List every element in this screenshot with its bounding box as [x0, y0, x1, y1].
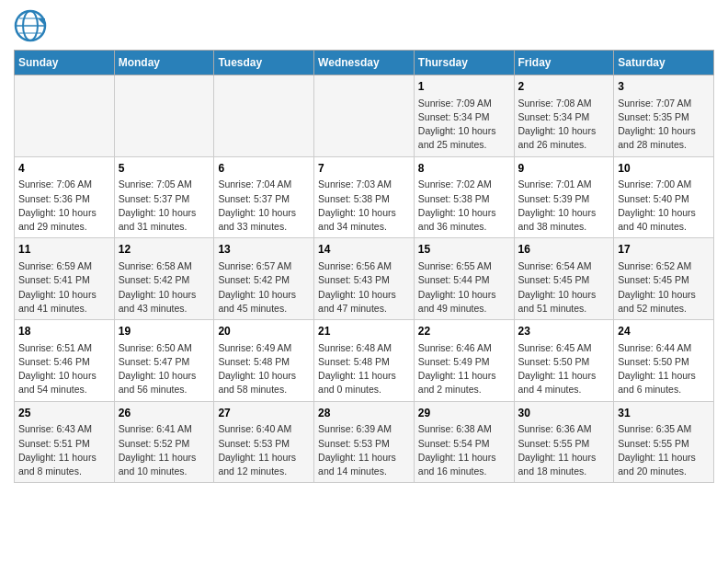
day-number: 8: [418, 161, 510, 177]
day-info: Sunrise: 6:36 AMSunset: 5:55 PMDaylight:…: [518, 422, 610, 478]
svg-marker-5: [38, 18, 45, 26]
day-number: 2: [518, 79, 610, 95]
day-number: 25: [18, 406, 110, 421]
day-number: 11: [18, 242, 110, 258]
day-info: Sunrise: 6:57 AMSunset: 5:42 PMDaylight:…: [218, 259, 310, 316]
day-number: 20: [218, 324, 310, 339]
weekday-header-row: SundayMondayTuesdayWednesdayThursdayFrid…: [15, 51, 714, 75]
day-info: Sunrise: 7:05 AMSunset: 5:37 PMDaylight:…: [119, 178, 210, 234]
calendar-cell: 25Sunrise: 6:43 AMSunset: 5:51 PMDayligh…: [15, 401, 115, 483]
calendar-cell: 31Sunrise: 6:35 AMSunset: 5:55 PMDayligh…: [614, 401, 714, 483]
calendar-cell: 19Sunrise: 6:50 AMSunset: 5:47 PMDayligh…: [114, 320, 214, 402]
day-info: Sunrise: 6:52 AMSunset: 5:45 PMDaylight:…: [618, 259, 710, 316]
day-info: Sunrise: 6:44 AMSunset: 5:50 PMDaylight:…: [618, 341, 710, 397]
calendar-cell: 9Sunrise: 7:01 AMSunset: 5:39 PMDaylight…: [514, 156, 614, 238]
day-number: 7: [318, 161, 410, 177]
day-info: Sunrise: 6:46 AMSunset: 5:49 PMDaylight:…: [418, 341, 510, 397]
day-number: 29: [418, 406, 510, 421]
calendar-cell: 2Sunrise: 7:08 AMSunset: 5:34 PMDaylight…: [514, 75, 614, 157]
calendar-cell: 27Sunrise: 6:40 AMSunset: 5:53 PMDayligh…: [214, 401, 314, 483]
day-number: 31: [618, 406, 710, 421]
calendar-week-1: 1Sunrise: 7:09 AMSunset: 5:34 PMDaylight…: [15, 75, 714, 157]
day-number: 1: [418, 79, 510, 95]
calendar-cell: [114, 75, 214, 157]
day-info: Sunrise: 7:07 AMSunset: 5:35 PMDaylight:…: [618, 97, 710, 153]
day-info: Sunrise: 6:58 AMSunset: 5:42 PMDaylight:…: [119, 259, 210, 316]
calendar-week-2: 4Sunrise: 7:06 AMSunset: 5:36 PMDaylight…: [15, 156, 714, 238]
day-number: 18: [18, 324, 110, 339]
day-number: 3: [618, 79, 710, 95]
day-number: 10: [618, 161, 710, 177]
day-info: Sunrise: 6:48 AMSunset: 5:48 PMDaylight:…: [318, 341, 410, 397]
calendar-cell: 21Sunrise: 6:48 AMSunset: 5:48 PMDayligh…: [314, 320, 415, 402]
day-info: Sunrise: 6:43 AMSunset: 5:51 PMDaylight:…: [18, 422, 110, 478]
calendar-cell: 30Sunrise: 6:36 AMSunset: 5:55 PMDayligh…: [514, 401, 614, 483]
calendar-cell: [15, 75, 115, 157]
day-info: Sunrise: 7:03 AMSunset: 5:38 PMDaylight:…: [318, 178, 410, 234]
day-number: 17: [618, 242, 710, 258]
calendar-cell: 1Sunrise: 7:09 AMSunset: 5:34 PMDaylight…: [414, 75, 514, 157]
calendar-cell: [314, 75, 415, 157]
day-info: Sunrise: 6:55 AMSunset: 5:44 PMDaylight:…: [418, 259, 510, 316]
day-info: Sunrise: 6:41 AMSunset: 5:52 PMDaylight:…: [119, 422, 210, 478]
calendar-week-4: 18Sunrise: 6:51 AMSunset: 5:46 PMDayligh…: [15, 320, 714, 402]
day-number: 5: [119, 161, 210, 177]
day-info: Sunrise: 6:35 AMSunset: 5:55 PMDaylight:…: [618, 422, 710, 478]
day-info: Sunrise: 6:45 AMSunset: 5:50 PMDaylight:…: [518, 341, 610, 397]
day-number: 21: [318, 324, 410, 339]
day-number: 30: [518, 406, 610, 421]
day-info: Sunrise: 6:50 AMSunset: 5:47 PMDaylight:…: [119, 341, 210, 397]
day-info: Sunrise: 6:49 AMSunset: 5:48 PMDaylight:…: [218, 341, 310, 397]
day-number: 6: [218, 161, 310, 177]
day-info: Sunrise: 7:08 AMSunset: 5:34 PMDaylight:…: [518, 97, 610, 153]
calendar-cell: 8Sunrise: 7:02 AMSunset: 5:38 PMDaylight…: [414, 156, 514, 238]
day-number: 14: [318, 242, 410, 258]
calendar-cell: 16Sunrise: 6:54 AMSunset: 5:45 PMDayligh…: [514, 238, 614, 320]
weekday-header-sunday: Sunday: [15, 51, 115, 75]
day-info: Sunrise: 7:06 AMSunset: 5:36 PMDaylight:…: [18, 178, 110, 234]
day-info: Sunrise: 7:01 AMSunset: 5:39 PMDaylight:…: [518, 178, 610, 234]
day-info: Sunrise: 6:59 AMSunset: 5:41 PMDaylight:…: [18, 259, 110, 316]
weekday-header-wednesday: Wednesday: [314, 51, 415, 75]
day-number: 26: [119, 406, 210, 421]
day-number: 12: [119, 242, 210, 258]
day-number: 13: [218, 242, 310, 258]
logo: [14, 9, 51, 42]
calendar-cell: 20Sunrise: 6:49 AMSunset: 5:48 PMDayligh…: [214, 320, 314, 402]
day-info: Sunrise: 7:02 AMSunset: 5:38 PMDaylight:…: [418, 178, 510, 234]
day-info: Sunrise: 6:54 AMSunset: 5:45 PMDaylight:…: [518, 259, 610, 316]
calendar-cell: 6Sunrise: 7:04 AMSunset: 5:37 PMDaylight…: [214, 156, 314, 238]
day-info: Sunrise: 7:00 AMSunset: 5:40 PMDaylight:…: [618, 178, 710, 234]
calendar-week-5: 25Sunrise: 6:43 AMSunset: 5:51 PMDayligh…: [15, 401, 714, 483]
day-number: 4: [18, 161, 110, 177]
day-info: Sunrise: 6:40 AMSunset: 5:53 PMDaylight:…: [218, 422, 310, 478]
calendar-cell: 4Sunrise: 7:06 AMSunset: 5:36 PMDaylight…: [15, 156, 115, 238]
calendar-week-3: 11Sunrise: 6:59 AMSunset: 5:41 PMDayligh…: [15, 238, 714, 320]
weekday-header-friday: Friday: [514, 51, 614, 75]
day-info: Sunrise: 6:56 AMSunset: 5:43 PMDaylight:…: [318, 259, 410, 316]
weekday-header-tuesday: Tuesday: [214, 51, 314, 75]
calendar-cell: 17Sunrise: 6:52 AMSunset: 5:45 PMDayligh…: [614, 238, 714, 320]
day-number: 23: [518, 324, 610, 339]
calendar-cell: 23Sunrise: 6:45 AMSunset: 5:50 PMDayligh…: [514, 320, 614, 402]
calendar-cell: 13Sunrise: 6:57 AMSunset: 5:42 PMDayligh…: [214, 238, 314, 320]
day-info: Sunrise: 6:39 AMSunset: 5:53 PMDaylight:…: [318, 422, 410, 478]
calendar-table: SundayMondayTuesdayWednesdayThursdayFrid…: [14, 50, 714, 483]
calendar-cell: 14Sunrise: 6:56 AMSunset: 5:43 PMDayligh…: [314, 238, 415, 320]
calendar-cell: 24Sunrise: 6:44 AMSunset: 5:50 PMDayligh…: [614, 320, 714, 402]
page-header: [14, 9, 714, 42]
day-number: 24: [618, 324, 710, 339]
calendar-cell: [214, 75, 314, 157]
weekday-header-thursday: Thursday: [414, 51, 514, 75]
calendar-cell: 3Sunrise: 7:07 AMSunset: 5:35 PMDaylight…: [614, 75, 714, 157]
weekday-header-saturday: Saturday: [614, 51, 714, 75]
day-number: 19: [119, 324, 210, 339]
calendar-cell: 22Sunrise: 6:46 AMSunset: 5:49 PMDayligh…: [414, 320, 514, 402]
weekday-header-monday: Monday: [114, 51, 214, 75]
calendar-cell: 15Sunrise: 6:55 AMSunset: 5:44 PMDayligh…: [414, 238, 514, 320]
calendar-cell: 11Sunrise: 6:59 AMSunset: 5:41 PMDayligh…: [15, 238, 115, 320]
calendar-cell: 12Sunrise: 6:58 AMSunset: 5:42 PMDayligh…: [114, 238, 214, 320]
day-number: 22: [418, 324, 510, 339]
day-number: 28: [318, 406, 410, 421]
day-info: Sunrise: 7:04 AMSunset: 5:37 PMDaylight:…: [218, 178, 310, 234]
